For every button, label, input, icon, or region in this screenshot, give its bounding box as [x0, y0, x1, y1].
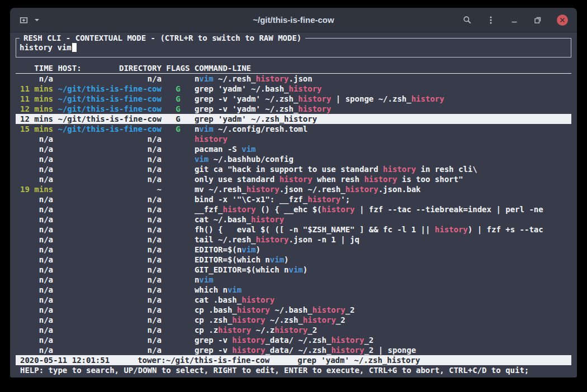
status-bar: 2020-05-11 12:01:51tower:~/git/this-is-f… [16, 355, 571, 365]
new-tab-dropdown-button[interactable] [34, 17, 40, 23]
history-row[interactable]: 12 mins ~/git/this-is-fine-cow G grep -v… [16, 104, 571, 114]
history-row[interactable]: n/a n/a cp .zhistory ~/.zhistory_2 [16, 325, 571, 335]
history-row[interactable]: n/a n/a EDITOR=$(which nvim) [16, 255, 571, 265]
history-row[interactable]: 19 mins ~ mv ~/.resh_history.json ~/.res… [16, 184, 571, 194]
terminal-window: ~/git/this-is-fine-cow [10, 8, 577, 377]
history-row[interactable]: n/a n/a grep -v history_data/ ~/.zsh_his… [16, 335, 571, 345]
status-command: grep 'yadm' ~/.zsh_history [297, 356, 420, 365]
history-row[interactable]: 12 mins ~/git/this-is-fine-cow G grep 'y… [16, 114, 571, 124]
new-tab-button[interactable] [19, 15, 29, 25]
history-row[interactable]: 11 mins ~/git/this-is-fine-cow G grep 'y… [16, 84, 571, 94]
new-tab-icon [19, 15, 29, 25]
history-row[interactable]: n/a n/a EDITOR=$(nvim) [16, 245, 571, 255]
history-row[interactable]: n/a n/a grep -v history_data/ ~/.zsh_his… [16, 345, 571, 355]
minimize-button[interactable] [510, 16, 519, 25]
restore-icon [533, 16, 542, 25]
minimize-icon [510, 16, 519, 25]
history-row[interactable]: n/a n/a vim ~/.bashhub/config [16, 154, 571, 164]
history-row[interactable]: n/a n/a cat .bash_history [16, 295, 571, 305]
search-query-input[interactable]: history vim [20, 43, 72, 52]
history-row[interactable]: n/a n/a fh() { eval $( ([ -n "$ZSH_NAME"… [16, 224, 571, 235]
resh-search-box[interactable]: RESH CLI - CONTEXTUAL MODE - (CTRL+R to … [16, 38, 571, 58]
dropdown-caret-icon [34, 17, 40, 23]
search-button[interactable] [463, 16, 472, 25]
search-icon [463, 16, 472, 25]
close-button[interactable] [557, 15, 568, 26]
desktop: { "window": { "title": "~/git/this-is-fi… [0, 0, 587, 392]
history-row[interactable]: n/a n/a cp .bash_history ~/.bash_history… [16, 305, 571, 315]
history-row[interactable]: n/a n/a GIT_EDITOR=$(which nvim) [16, 265, 571, 275]
resh-mode-label: RESH CLI - CONTEXTUAL MODE - (CTRL+R to … [20, 33, 305, 43]
terminal-content[interactable]: RESH CLI - CONTEXTUAL MODE - (CTRL+R to … [10, 32, 577, 377]
history-row[interactable]: n/a n/a git ca "hack in support to use s… [16, 164, 571, 174]
restore-button[interactable] [533, 16, 542, 25]
help-line: HELP: type to search, UP/DOWN to select,… [16, 365, 571, 375]
history-row[interactable]: n/a n/a __fzf_history () { __ehc $(histo… [16, 204, 571, 214]
titlebar-right-controls [463, 15, 577, 26]
history-row[interactable]: 11 mins ~/git/this-is-fine-cow G grep -v… [16, 94, 571, 104]
menu-kebab-icon [486, 16, 495, 25]
history-row[interactable]: n/a n/a bind -x '"\C-x1": __fzf_history'… [16, 194, 571, 204]
titlebar-left-controls [10, 15, 40, 25]
table-header: TIME HOST: DIRECTORY FLAGS COMMAND-LINE [16, 63, 571, 74]
history-row[interactable]: n/a n/a nvim [16, 275, 571, 285]
text-cursor [72, 43, 77, 52]
history-row[interactable]: 15 mins ~/git/this-is-fine-cow G nvim ~/… [16, 124, 571, 134]
history-row[interactable]: n/a n/a cp .zsh_history ~/.zsh_history_2 [16, 315, 571, 325]
history-row[interactable]: n/a n/a tail ~/.resh_history.json -n 1 |… [16, 235, 571, 245]
history-list: n/a n/a nvim ~/.resh_history.json11 mins… [16, 74, 571, 355]
titlebar[interactable]: ~/git/this-is-fine-cow [10, 8, 577, 32]
history-row[interactable]: n/a n/a nvim ~/.resh_history.json [16, 74, 571, 84]
history-row[interactable]: n/a n/a cat ~/.bash_history [16, 214, 571, 224]
close-icon [560, 17, 565, 23]
status-location: tower:~/git/this-is-fine-cow [138, 356, 269, 365]
menu-button[interactable] [486, 16, 495, 25]
history-row[interactable]: n/a n/a pacman -S vim [16, 144, 571, 154]
status-datetime: 2020-05-11 12:01:51 [20, 356, 110, 365]
history-row[interactable]: n/a n/a only use standard history when r… [16, 174, 571, 184]
history-row[interactable]: n/a n/a which nvim [16, 285, 571, 295]
history-row[interactable]: n/a n/a history [16, 134, 571, 144]
